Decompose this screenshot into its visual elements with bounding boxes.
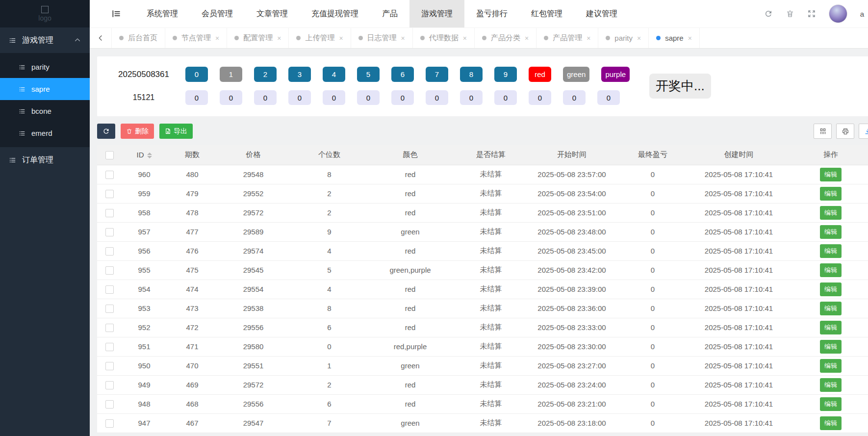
edit-button[interactable]: 编辑	[820, 225, 842, 239]
nav-item[interactable]: 会员管理	[190, 0, 245, 27]
tab-日志管理[interactable]: 日志管理×	[351, 28, 412, 48]
close-icon[interactable]: ×	[688, 35, 692, 42]
tab-上传管理[interactable]: 上传管理×	[288, 28, 350, 48]
tab-label: 产品管理	[553, 33, 582, 43]
sidebar-toggle-icon[interactable]	[111, 9, 121, 19]
edit-button[interactable]: 编辑	[820, 340, 842, 354]
bet-button-6[interactable]: 6	[391, 67, 414, 82]
edit-button[interactable]: 编辑	[820, 321, 842, 334]
sidebar-section-game[interactable]: 游戏管理	[0, 27, 90, 53]
countdown-value: 15121	[109, 93, 178, 102]
close-icon[interactable]: ×	[525, 35, 529, 42]
cell-actions: 编辑	[785, 318, 868, 337]
row-checkbox[interactable]	[105, 305, 114, 313]
printer-icon[interactable]	[836, 124, 854, 139]
nav-item[interactable]: 游戏管理	[409, 0, 464, 27]
nav-item[interactable]: 文章管理	[245, 0, 300, 27]
nav-item[interactable]: 产品	[370, 0, 409, 27]
sidebar-item-sapre[interactable]: sapre	[0, 78, 90, 100]
edit-button[interactable]: 编辑	[820, 378, 842, 392]
tab-代理数据[interactable]: 代理数据×	[412, 28, 474, 48]
row-checkbox[interactable]	[105, 247, 114, 256]
nav-item[interactable]: 系统管理	[135, 0, 190, 27]
cell-period: 473	[167, 299, 218, 318]
bet-button-3[interactable]: 3	[288, 67, 311, 82]
edit-button[interactable]: 编辑	[820, 282, 842, 296]
bet-button-4[interactable]: 4	[323, 67, 345, 82]
row-checkbox[interactable]	[105, 343, 114, 351]
edit-button[interactable]: 编辑	[820, 416, 842, 430]
bet-button-8[interactable]: 8	[460, 67, 483, 82]
row-checkbox[interactable]	[105, 285, 114, 294]
row-checkbox[interactable]	[105, 381, 114, 389]
delete-button[interactable]: 删除	[121, 124, 154, 139]
columns-icon[interactable]	[814, 124, 832, 139]
cell-price: 29545	[218, 260, 289, 280]
sort-icon[interactable]	[147, 153, 152, 158]
bet-button-9[interactable]: 9	[494, 67, 517, 82]
sidebar-item-bcone[interactable]: bcone	[0, 100, 90, 122]
refresh-button[interactable]	[97, 124, 115, 139]
bet-button-5[interactable]: 5	[357, 67, 380, 82]
cell-price: 29538	[218, 299, 289, 318]
bet-button-purple[interactable]: purple	[601, 67, 630, 82]
edit-button[interactable]: 编辑	[820, 206, 842, 220]
close-icon[interactable]: ×	[463, 35, 467, 42]
tab-parity[interactable]: parity×	[598, 28, 648, 48]
table-row: 950470295511green未结算2025-05-08 23:27:000…	[97, 356, 868, 375]
row-checkbox[interactable]	[105, 324, 114, 332]
edit-button[interactable]: 编辑	[820, 187, 842, 201]
fullscreen-icon[interactable]	[807, 9, 816, 18]
bet-button-green[interactable]: green	[563, 67, 589, 82]
row-checkbox[interactable]	[105, 362, 114, 370]
edit-button[interactable]: 编辑	[820, 263, 842, 277]
sidebar-section-orders[interactable]: 订单管理	[0, 147, 90, 173]
close-icon[interactable]: ×	[587, 35, 590, 42]
trash-icon[interactable]	[786, 9, 794, 18]
edit-button[interactable]: 编辑	[820, 168, 842, 181]
bet-rows: 20250508361 0123456789redgreenpurple 151…	[109, 67, 630, 105]
bet-button-1[interactable]: 1	[220, 67, 242, 82]
bet-button-red[interactable]: red	[529, 67, 551, 82]
cell-start: 2025-05-08 23:42:00	[531, 260, 613, 280]
tab-产品分类[interactable]: 产品分类×	[474, 28, 536, 48]
tab-后台首页[interactable]: 后台首页	[111, 28, 165, 48]
close-icon[interactable]: ×	[215, 35, 219, 42]
bet-button-2[interactable]: 2	[254, 67, 277, 82]
close-icon[interactable]: ×	[637, 35, 641, 42]
close-icon[interactable]: ×	[339, 35, 343, 42]
close-icon[interactable]: ×	[401, 35, 405, 42]
export-icon-button[interactable]	[859, 124, 868, 139]
avatar[interactable]	[829, 4, 847, 23]
bet-button-7[interactable]: 7	[426, 67, 448, 82]
sidebar-item-emerd[interactable]: emerd	[0, 122, 90, 144]
chevron-left-icon[interactable]	[90, 28, 111, 48]
row-checkbox[interactable]	[105, 400, 114, 409]
refresh-icon[interactable]	[764, 9, 773, 18]
tab-配置管理[interactable]: 配置管理×	[227, 28, 288, 48]
nav-item[interactable]: 盈亏排行	[464, 0, 519, 27]
edit-button[interactable]: 编辑	[820, 302, 842, 315]
edit-button[interactable]: 编辑	[820, 359, 842, 373]
row-checkbox[interactable]	[105, 228, 114, 236]
row-checkbox[interactable]	[105, 190, 114, 198]
nav-item[interactable]: 建议管理	[574, 0, 629, 27]
row-checkbox[interactable]	[105, 266, 114, 275]
row-checkbox[interactable]	[105, 209, 114, 217]
cell-start: 2025-05-08 23:18:00	[531, 413, 613, 433]
edit-button[interactable]: 编辑	[820, 397, 842, 411]
bet-button-0[interactable]: 0	[185, 67, 208, 82]
close-icon[interactable]: ×	[277, 35, 281, 42]
cell-period: 472	[167, 318, 218, 337]
tab-节点管理[interactable]: 节点管理×	[165, 28, 227, 48]
row-checkbox[interactable]	[105, 419, 114, 428]
row-checkbox[interactable]	[105, 171, 114, 179]
select-all-checkbox[interactable]	[105, 151, 114, 159]
nav-item[interactable]: 充值提现管理	[300, 0, 370, 27]
tab-sapre[interactable]: sapre×	[648, 28, 700, 48]
sidebar-item-parity[interactable]: parity	[0, 56, 90, 78]
export-button[interactable]: 导出	[159, 124, 193, 139]
tab-产品管理[interactable]: 产品管理×	[536, 28, 598, 48]
edit-button[interactable]: 编辑	[820, 244, 842, 258]
nav-item[interactable]: 红包管理	[519, 0, 574, 27]
